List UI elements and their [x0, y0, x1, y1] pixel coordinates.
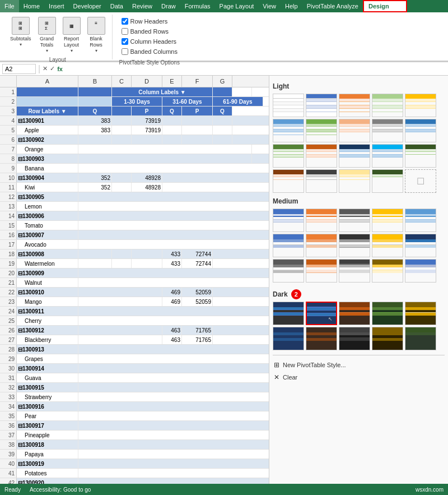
cell-c19[interactable]: [112, 259, 132, 268]
style-item[interactable]: [273, 302, 304, 325]
blank-rows-button[interactable]: ≡ BlankRows ▾: [85, 16, 108, 54]
menu-pivot-analyze[interactable]: PivotTable Analyze: [302, 0, 363, 12]
style-item[interactable]: [273, 259, 304, 283]
cell-a23[interactable]: Mango: [17, 297, 78, 306]
cell-a14[interactable]: ⊟1300906: [17, 211, 78, 220]
cell-c18[interactable]: [112, 249, 132, 258]
cell-a35[interactable]: Pear: [17, 411, 78, 420]
function-icon[interactable]: fx: [57, 66, 63, 72]
col-header-c[interactable]: C: [112, 76, 132, 87]
style-item[interactable]: [405, 209, 436, 232]
style-item[interactable]: [339, 327, 370, 350]
cell-d5[interactable]: 73919: [132, 126, 162, 135]
style-item[interactable]: [339, 144, 370, 168]
cell-e23[interactable]: 469: [162, 297, 182, 306]
style-item[interactable]: [372, 119, 403, 142]
style-item[interactable]: [372, 234, 403, 257]
cell-d18[interactable]: [132, 249, 162, 258]
style-item[interactable]: ☐: [405, 169, 436, 193]
style-item[interactable]: [339, 234, 370, 257]
cell-d19[interactable]: [132, 259, 162, 268]
menu-page-layout[interactable]: Page Layout: [215, 0, 259, 12]
cell-bcd26[interactable]: [78, 326, 162, 335]
cell-e2[interactable]: 31-60 Days: [162, 97, 213, 106]
row-headers-checkbox[interactable]: [122, 18, 128, 25]
style-item[interactable]: [306, 234, 337, 257]
cell-c4[interactable]: [112, 116, 132, 125]
style-item[interactable]: [273, 144, 304, 168]
cell-b1[interactable]: [78, 87, 112, 96]
cell-b2[interactable]: [78, 97, 112, 106]
cell-e1[interactable]: [213, 87, 232, 96]
subtotals-button[interactable]: ⊞⊞ Subtotals ▾: [8, 16, 34, 48]
cell-a3[interactable]: Row Labels ▼: [17, 107, 78, 115]
cell-g4[interactable]: [213, 116, 232, 125]
cell-a25[interactable]: Cherry: [17, 316, 78, 325]
style-item[interactable]: [405, 94, 436, 117]
cell-a34[interactable]: ⊟1300916: [17, 402, 78, 411]
cell-a26[interactable]: ⊟1300912: [17, 326, 78, 335]
cell-a21[interactable]: Walnut: [17, 278, 78, 287]
cell-e4[interactable]: [162, 116, 182, 125]
cell-a31[interactable]: Guava: [17, 373, 78, 382]
style-item[interactable]: [306, 327, 337, 350]
style-item[interactable]: [339, 119, 370, 142]
cell-a39[interactable]: Papaya: [17, 450, 78, 459]
cell-b7[interactable]: [78, 145, 252, 154]
cell-a6[interactable]: ⊟1300902: [17, 135, 78, 144]
cell-f6[interactable]: [182, 135, 213, 144]
style-item[interactable]: [273, 169, 304, 193]
cell-c1[interactable]: Column Labels ▼: [112, 87, 213, 96]
new-style-action[interactable]: ⊞ New PivotTable Style...: [273, 359, 445, 371]
cell-bcd22[interactable]: [78, 288, 162, 297]
formula-input[interactable]: [65, 66, 446, 72]
cell-g1[interactable]: [232, 87, 252, 96]
style-item[interactable]: [339, 259, 370, 283]
menu-home[interactable]: Home: [19, 0, 44, 12]
menu-data[interactable]: Data: [106, 0, 128, 12]
cell-a9[interactable]: Banana: [17, 164, 78, 173]
cell-bcd23[interactable]: [78, 297, 162, 306]
cell-e18[interactable]: 433: [162, 249, 182, 258]
cell-a29[interactable]: Grapes: [17, 354, 78, 363]
cell-c5[interactable]: [112, 126, 132, 135]
cell-c11[interactable]: [112, 183, 132, 192]
cell-f26[interactable]: 71765: [182, 326, 213, 335]
cell-c10[interactable]: [112, 173, 132, 182]
cell-a22[interactable]: ⊟1300910: [17, 288, 78, 297]
cell-e19[interactable]: 433: [162, 259, 182, 268]
menu-help[interactable]: Help: [281, 0, 302, 12]
cell-a4[interactable]: ⊟1300901: [17, 116, 78, 125]
style-item[interactable]: [405, 327, 436, 350]
style-item[interactable]: [306, 259, 337, 283]
cell-a33[interactable]: Strawberry: [17, 392, 78, 401]
style-item[interactable]: [306, 94, 337, 117]
style-item[interactable]: [273, 94, 304, 117]
cell-a12[interactable]: ⊟1300905: [17, 192, 78, 201]
cell-a5[interactable]: Apple: [17, 126, 78, 135]
cell-f3[interactable]: P: [182, 107, 213, 115]
style-item[interactable]: [273, 234, 304, 257]
menu-file[interactable]: File: [0, 0, 19, 12]
style-item[interactable]: [306, 169, 337, 193]
menu-insert[interactable]: Insert: [44, 0, 69, 12]
cell-e6[interactable]: [162, 135, 182, 144]
style-item[interactable]: [273, 209, 304, 232]
style-item[interactable]: [405, 234, 436, 257]
cell-b10[interactable]: 352: [78, 173, 112, 182]
col-header-a[interactable]: A: [17, 76, 78, 87]
cell-a15[interactable]: Tomato: [17, 221, 78, 230]
clear-action[interactable]: ✕ Clear: [273, 371, 445, 383]
cell-c3[interactable]: [112, 107, 132, 115]
cell-e22[interactable]: 469: [162, 288, 182, 297]
cell-b6[interactable]: [78, 135, 112, 144]
style-item[interactable]: [339, 209, 370, 232]
cell-reference-input[interactable]: [2, 64, 36, 74]
cell-a8[interactable]: ⊟1300903: [17, 154, 78, 163]
style-item[interactable]: [372, 259, 403, 283]
cell-f23[interactable]: 52059: [182, 297, 213, 306]
cell-g3[interactable]: Q: [213, 107, 232, 115]
cell-a32[interactable]: ⊟1300915: [17, 383, 78, 392]
style-item[interactable]: [306, 209, 337, 232]
cell-f5[interactable]: [182, 126, 213, 135]
